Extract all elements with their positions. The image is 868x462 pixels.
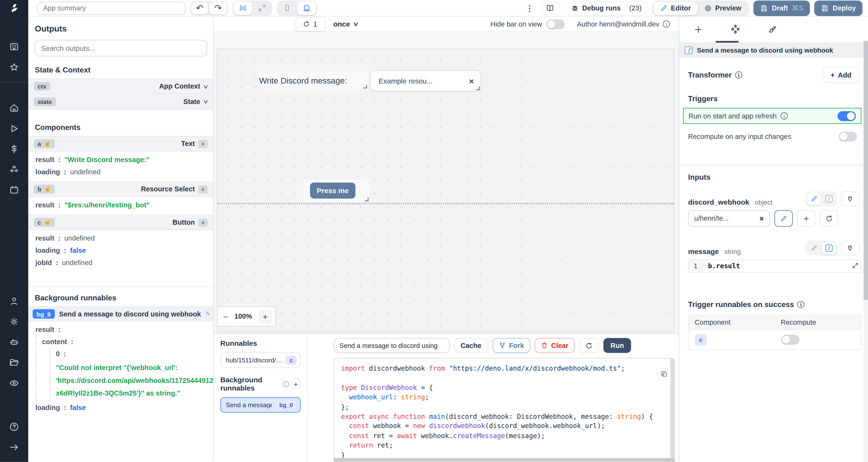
recompute-toggle[interactable] [839,131,857,141]
clear-button[interactable]: Clear [534,338,575,353]
cubes-icon[interactable] [5,160,24,179]
run-on-start-toggle[interactable] [837,111,856,121]
static-edit-icon[interactable] [807,242,821,254]
center-content-button[interactable] [234,1,252,15]
press-me-button[interactable]: Press me [310,183,355,199]
fork-button[interactable]: Fork [493,338,530,353]
function-mode-icon[interactable]: f [822,242,836,254]
bg-runnable-item-selected[interactable]: Send a message... bg_0 [220,397,301,412]
hide-bar-toggle[interactable] [547,19,565,29]
message-expression-editor[interactable]: 1 b.result [688,259,861,273]
windmill-logo-icon[interactable] [0,0,28,16]
hand-pointer-icon: ☝ [44,186,51,192]
resize-handle[interactable] [365,198,369,201]
code-toolbar: Cache Fork Clear Run [334,338,675,353]
add-transformer-button[interactable]: +Add [823,67,859,83]
run-button[interactable]: Run [603,338,631,353]
arrow-right-icon[interactable] [5,437,24,456]
code-horizontal-scrollbar[interactable] [334,458,675,462]
state-row[interactable]: state State ∨ [28,94,213,109]
tab-styling-brush-icon[interactable] [765,21,780,38]
chevron-down-icon[interactable]: ∨ [203,98,209,104]
expand-icon[interactable] [253,1,271,15]
runnable-item[interactable]: hub/1511/discord/se... c [220,352,301,368]
more-menu-icon[interactable]: ⋮ [524,4,536,12]
refresh-count-button[interactable]: 1 [294,17,326,31]
resource-select-component[interactable]: Example resou... × [370,70,481,91]
zoom-in-button[interactable]: + [258,310,272,323]
copy-icon[interactable] [660,371,668,378]
add-resource-button[interactable] [797,210,815,227]
mobile-icon[interactable] [278,1,296,15]
dollar-icon[interactable] [5,140,24,159]
star-icon[interactable] [5,58,24,77]
edit-resource-button[interactable] [774,210,793,227]
eye-icon[interactable] [5,373,24,392]
runnable-settings-panel: f Send a message to discord using webhoo… [679,16,868,462]
reload-icon[interactable] [579,338,599,353]
bg0-row[interactable]: bg_0 Send a message to discord using web… [28,306,213,321]
home-icon[interactable] [5,99,24,118]
tab-preview[interactable]: Preview [698,1,748,15]
info-icon: i [663,21,670,28]
code-line: }; [341,403,668,412]
pencil-icon[interactable]: ✎ [205,310,210,318]
clear-icon[interactable]: × [759,214,764,223]
canvas-toolbar: 1 once ∨ Hide bar on view Author henri@w… [214,16,679,32]
help-icon[interactable] [5,417,24,436]
panel-scrollbar-thumb[interactable] [864,41,868,300]
search-outputs-input[interactable] [35,40,207,57]
tab-insert-plus-icon[interactable] [691,21,705,38]
plug-icon[interactable] [841,191,859,206]
app-summary-input[interactable] [37,1,185,15]
component-c-row[interactable]: c☝ Button ∧ [28,214,213,230]
canvas-grid[interactable]: Write Discord message: Example resou... … [217,48,674,332]
deploy-button[interactable]: Deploy [814,0,863,16]
code-line: type DiscordWebhook = { [341,383,668,393]
building-icon[interactable] [5,37,24,56]
function-mode-icon[interactable]: f [822,193,836,205]
tab-editor[interactable]: Editor [653,1,698,15]
redo-button[interactable]: ↷ [210,2,227,14]
undo-button[interactable]: ↶ [191,2,209,14]
cache-button[interactable]: Cache [454,338,488,353]
chevron-up-icon[interactable]: ∧ [198,185,208,193]
expand-editor-icon[interactable] [852,262,859,269]
component-a-badge: a☝ [34,139,55,148]
code-line: const ret = await webhook.createMessage(… [341,431,668,441]
play-icon[interactable] [5,119,24,138]
chevron-up-icon[interactable]: ∧ [198,218,208,227]
chevron-down-icon[interactable]: ∨ [203,83,209,89]
robot-icon[interactable] [5,332,24,351]
user-icon[interactable] [5,292,24,310]
ctx-row[interactable]: ctx App Context ∨ [28,78,213,94]
docs-book-button[interactable] [540,1,560,15]
static-edit-icon[interactable] [807,193,821,205]
component-b-row[interactable]: b☝ Resource Select ∧ [28,182,213,197]
draft-button[interactable]: Draft ⌘S [754,0,810,16]
resize-handle[interactable] [363,85,367,89]
calendar-icon[interactable] [5,181,24,200]
undo-redo-group: ↶ ↷ [190,1,228,15]
resize-handle[interactable] [476,86,480,90]
code-vertical-scrollbar[interactable] [670,358,674,461]
info-icon: i [735,71,742,78]
code-editor[interactable]: import discordwebhook from "https://deno… [334,358,675,462]
recompute-c-toggle[interactable] [781,335,799,345]
desktop-icon[interactable] [297,1,316,15]
gear-icon[interactable] [5,312,24,331]
clear-icon[interactable]: × [469,76,474,86]
refresh-resource-button[interactable] [820,210,838,227]
runnable-name-input[interactable] [334,338,450,353]
plug-icon[interactable] [841,240,859,255]
zoom-out-button[interactable]: − [223,311,228,321]
component-a-row[interactable]: a☝ Text ∧ [28,136,213,152]
text-component[interactable]: Write Discord message: [259,72,368,89]
debug-runs-button[interactable]: Debug runs (23) [565,1,648,15]
resource-picker[interactable]: u/henri/te... × [688,210,770,227]
folder-icon[interactable] [5,353,24,372]
tab-components-diamonds-icon[interactable] [728,21,742,38]
add-bg-runnable-button[interactable]: + [291,378,301,390]
chevron-up-icon[interactable]: ∧ [198,140,208,148]
frequency-select[interactable]: once ∨ [333,20,358,28]
